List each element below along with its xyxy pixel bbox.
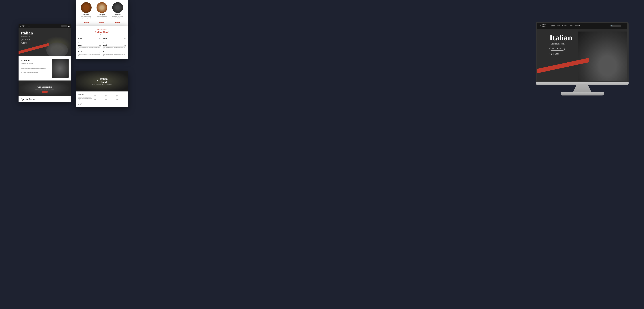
- cb-footer-goals-3[interactable]: Goals: [116, 99, 126, 100]
- cb-footer-ethic-3[interactable]: Ethic: [116, 98, 126, 99]
- cb-footer-goals-1[interactable]: Goals: [94, 99, 104, 100]
- lp-see-more-btn[interactable]: SEE MORE: [21, 39, 30, 41]
- lp-food-bowl-bg: [46, 43, 68, 56]
- lp-search-box[interactable]: 🔍: [61, 25, 67, 27]
- imac-search-icon: 🔍: [611, 25, 613, 27]
- cb-footer-join-3[interactable]: Join us: [116, 96, 126, 97]
- menu-item-price-salad: $00: [124, 45, 126, 46]
- center-menu-section: Fresh Food . Italian Food . Menu Pizza $…: [76, 26, 128, 59]
- cb-footer-logo-text: ItalianFood: [80, 103, 82, 105]
- imac-nav: ✕ ItalianFood Home Info Events Menu Cont…: [537, 23, 627, 29]
- food-card-btn-spaghetti[interactable]: see more: [84, 22, 89, 23]
- menu-item-price-pizza: $00: [99, 38, 101, 39]
- lp-about-title: About us: [21, 59, 50, 62]
- menu-label: Menu: [78, 34, 126, 36]
- cb-brand-name: ItalianFood: [100, 78, 108, 84]
- imac-call-us: Call Us!: [550, 52, 572, 56]
- imac-nav-info[interactable]: Info: [558, 25, 560, 27]
- imac-hamburger-icon[interactable]: [623, 25, 625, 27]
- cb-brand-hero: ✕ ItalianFood Lorem ipsum dolor sit amet…: [76, 71, 128, 92]
- menu-item-desc-soup: Lorem ipsum dolor sit amet, consectetur …: [78, 47, 101, 50]
- cb-footer-col-about-1: about Team Join us Ethic Goals: [94, 94, 104, 100]
- imac-search-box[interactable]: 🔍: [610, 25, 621, 27]
- cb-footer-join-2[interactable]: Join us: [105, 96, 114, 97]
- lp-about-para1: Lorem ipsum dolor sit amet, consectetur …: [21, 66, 50, 69]
- menu-item-toast: Toast $00 Lorem ipsum dolor sit amet, co…: [78, 51, 101, 56]
- cb-footer-logo-icon: ✕: [78, 104, 80, 105]
- cb-footer-ethic-1[interactable]: Ethic: [94, 98, 104, 99]
- lp-nav-links: Home Info Events Menu Contact: [28, 26, 46, 27]
- cb-footer-goals-2[interactable]: Goals: [105, 99, 114, 100]
- food-card-lasagna: Lasagna Lorem ipsum dolor sit amet, cons…: [95, 2, 109, 23]
- imac-logo-text: ItalianFood: [542, 24, 546, 28]
- lp-hero-text: Italian . Delicious Food . SEE MORE Call…: [21, 31, 33, 44]
- menu-item-soup: Soup $00 Lorem ipsum dolor sit amet, con…: [78, 44, 101, 50]
- imac-nav-events[interactable]: Events: [562, 25, 567, 27]
- lp-nav-menu[interactable]: Menu: [38, 26, 41, 27]
- lp-about-image: [52, 59, 68, 78]
- cb-brand-content: ✕ ItalianFood Lorem ipsum dolor sit amet…: [92, 78, 112, 85]
- cb-brand-icon: ✕: [96, 79, 99, 83]
- center-top-cards: Spaghetti Lorem ipsum dolor sit amet, co…: [76, 0, 128, 29]
- lp-specialities-section: Our Specialities LOREM IPSUM DOLOR SIT A…: [18, 81, 71, 96]
- lp-nav-home[interactable]: Home: [28, 26, 30, 27]
- imac-hero-title: Italian: [550, 34, 572, 42]
- food-card-desc-lasagna: Lorem ipsum dolor sit amet, consectetur …: [95, 16, 109, 20]
- menu-item-desc-tiramisu: Lorem ipsum dolor sit amet, consectetur …: [103, 54, 126, 56]
- menu-fresh-food-label: Fresh Food: [78, 29, 126, 31]
- imac-logo: ✕ ItalianFood: [540, 24, 546, 28]
- lp-nav-info[interactable]: Info: [32, 26, 33, 27]
- food-card-img-tiramisu: [112, 2, 123, 13]
- cb-footer-col-title-2: about: [105, 94, 114, 95]
- cb-footer-logo-row: ✕ ItalianFood: [78, 102, 126, 105]
- lp-nav: ✕ ItalianFood Home Info Events Menu Cont…: [18, 24, 71, 28]
- imac-screen: ✕ ItalianFood Home Info Events Menu Cont…: [536, 22, 628, 82]
- food-card-btn-tiramisu[interactable]: see more: [115, 22, 120, 23]
- imac-nav-menu[interactable]: Menu: [569, 25, 572, 27]
- lp-call-us: Call Us!: [21, 42, 33, 44]
- lp-spec-title: Our Specialities: [18, 86, 71, 88]
- lp-nav-contact[interactable]: Contact: [42, 26, 46, 27]
- lp-hamburger-icon[interactable]: [68, 26, 70, 27]
- lp-nav-events[interactable]: Events: [34, 26, 37, 27]
- cb-footer-col-about-2: about Team Join us Ethic Goals: [105, 94, 114, 100]
- cb-footer-ethic-2[interactable]: Ethic: [105, 98, 114, 99]
- lp-about-subtitle: The Best Food & Drinks: [21, 63, 50, 64]
- cb-footer-team-2: Team: [105, 95, 114, 96]
- lp-logo-text: ItalianFood: [22, 25, 25, 28]
- menu-header: Fresh Food . Italian Food . Menu: [78, 29, 126, 36]
- food-card-spaghetti: Spaghetti Lorem ipsum dolor sit amet, co…: [79, 2, 93, 23]
- menu-item-tiramisu: Tiramisu $00 Lorem ipsum dolor sit amet,…: [103, 51, 126, 56]
- lp-special-menu-section: Special Menu: [18, 96, 71, 102]
- lp-about-divider: [21, 65, 26, 65]
- cb-footer-brand-name: Italian Food: [78, 94, 92, 95]
- lp-logo: ✕ ItalianFood: [20, 25, 25, 28]
- cb-footer-brand-desc: Lorem ipsum dolor sit amet, consectetur …: [78, 95, 92, 100]
- imac-see-more-btn[interactable]: SEE MORE: [550, 47, 565, 51]
- menu-item-price-tiramisu: $00: [124, 52, 126, 53]
- imac-hero-text: Italian . Delicious Food . SEE MORE Call…: [550, 34, 572, 56]
- food-card-name-lasagna: Lasagna: [95, 14, 109, 16]
- lp-spec-sub: LOREM IPSUM DOLOR SIT AMET.: [18, 89, 71, 90]
- cb-footer-col-about-3: about Team Join us Ethic Goals: [116, 94, 126, 100]
- food-card-name-tiramisu: Tiramissu: [111, 14, 125, 16]
- imac-nav-contact[interactable]: Contact: [575, 25, 580, 27]
- lp-search-icon: 🔍: [62, 26, 62, 27]
- food-card-desc-tiramisu: Lorem ipsum dolor sit amet, consectetur …: [111, 16, 125, 20]
- menu-item-pizza: Pizza $00 Lorem ipsum dolor sit amet, co…: [78, 38, 101, 43]
- menu-item-name-pizza: Pizza: [78, 38, 82, 39]
- lp-hero-subtitle: . Delicious Food .: [21, 36, 33, 37]
- food-card-btn-lasagna[interactable]: see more: [100, 22, 104, 23]
- cb-footer-join-1[interactable]: Join us: [94, 96, 104, 97]
- cb-footer-team-1: Team: [94, 95, 104, 96]
- imac-nav-home[interactable]: Home: [551, 25, 555, 27]
- lp-hero-section: ✕ ItalianFood Home Info Events Menu Cont…: [18, 24, 71, 56]
- imac-neck: [573, 85, 592, 92]
- left-panel: ✕ ItalianFood Home Info Events Menu Cont…: [18, 24, 71, 102]
- cb-footer: Italian Food Lorem ipsum dolor sit amet,…: [76, 92, 128, 107]
- food-card-img-spaghetti: [81, 2, 92, 13]
- lp-hero-title: Italian: [21, 31, 33, 35]
- lp-logo-icon: ✕: [20, 25, 21, 27]
- lp-spec-cta[interactable]: See more: [42, 91, 48, 93]
- menu-item-name-pasta: Pasta: [103, 38, 107, 39]
